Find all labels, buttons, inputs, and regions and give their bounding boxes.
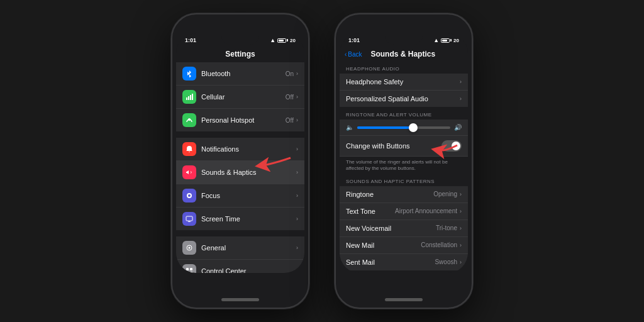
list-item[interactable]: Control Center › bbox=[176, 260, 304, 273]
list-item[interactable]: General › bbox=[176, 236, 304, 260]
svg-rect-5 bbox=[186, 216, 192, 221]
general-icon bbox=[182, 241, 196, 255]
status-icons-2: ▲ 20 bbox=[433, 37, 459, 43]
control-center-chevron: › bbox=[296, 268, 298, 273]
sent-mail-label: Sent Mail bbox=[346, 258, 435, 266]
focus-label: Focus bbox=[201, 192, 296, 199]
phone-shell-1: 1:01 ▲ 20 Settings bbox=[171, 13, 309, 309]
hotspot-value: Off bbox=[286, 117, 294, 124]
screentime-label: Screen Time bbox=[201, 215, 296, 223]
ringtone-chevron: › bbox=[460, 191, 462, 197]
headphone-group: Headphone Safety › Personalized Spatial … bbox=[340, 74, 468, 107]
list-item[interactable]: Focus › bbox=[176, 184, 304, 208]
battery-2 bbox=[441, 38, 452, 43]
home-indicator-1 bbox=[221, 298, 259, 301]
sounds-label: Sounds & Haptics bbox=[201, 169, 296, 176]
new-voicemail-chevron: › bbox=[460, 225, 462, 231]
text-tone-value: Airport Announcement bbox=[395, 208, 457, 214]
hotspot-chevron: › bbox=[296, 117, 298, 123]
list-item[interactable]: Sent Mail Swoosh › bbox=[340, 254, 468, 270]
bluetooth-icon bbox=[182, 67, 196, 80]
signal-1: 20 bbox=[290, 38, 296, 43]
general-chevron: › bbox=[296, 245, 298, 251]
divider-2 bbox=[176, 231, 304, 236]
new-voicemail-label: New Voicemail bbox=[346, 225, 436, 232]
volume-slider-track[interactable] bbox=[357, 126, 450, 129]
control-center-label: Control Center bbox=[201, 267, 296, 273]
back-navigation: ‹ Back Sounds & Haptics bbox=[340, 47, 468, 62]
notifications-chevron: › bbox=[296, 146, 298, 152]
volume-high-icon: 🔊 bbox=[454, 124, 462, 131]
svg-rect-11 bbox=[186, 272, 189, 273]
headphone-safety-label: Headphone Safety bbox=[346, 78, 460, 86]
screentime-icon bbox=[182, 212, 196, 226]
section-volume-header: RINGTONE AND ALERT VOLUME bbox=[340, 108, 468, 119]
ringtone-value: Opening bbox=[433, 191, 457, 197]
sent-mail-chevron: › bbox=[460, 259, 462, 265]
home-indicator-2 bbox=[385, 298, 423, 301]
cellular-label: Cellular bbox=[201, 93, 286, 101]
list-item[interactable]: Personalized Spatial Audio › bbox=[340, 91, 468, 107]
sounds-haptics-title: Sounds & Haptics bbox=[362, 50, 444, 58]
back-button[interactable]: ‹ Back bbox=[345, 51, 362, 58]
change-with-buttons-toggle[interactable] bbox=[441, 140, 462, 152]
settings-title: Settings bbox=[176, 47, 304, 62]
volume-low-icon: 🔈 bbox=[346, 124, 353, 131]
hotspot-label: Personal Hotspot bbox=[201, 116, 286, 124]
list-item[interactable]: Bluetooth On › bbox=[176, 62, 304, 86]
bluetooth-label: Bluetooth bbox=[201, 70, 286, 77]
control-center-icon bbox=[182, 264, 196, 273]
section-patterns-header: SOUNDS AND HAPTIC PATTERNS bbox=[340, 175, 468, 186]
patterns-group: Ringtone Opening › Text Tone Airport Ann… bbox=[340, 186, 468, 270]
status-icons-1: ▲ 20 bbox=[270, 37, 296, 43]
list-item[interactable]: Personal Hotspot Off › bbox=[176, 109, 304, 131]
list-item[interactable]: Text Tone Airport Announcement › bbox=[340, 203, 468, 220]
headphone-safety-chevron: › bbox=[460, 79, 462, 85]
phone-shell-2: 1:01 ▲ 20 ‹ Back Sounds & Haptics bbox=[335, 13, 473, 309]
screentime-chevron: › bbox=[296, 216, 298, 222]
volume-slider-row: 🔈 🔊 bbox=[340, 119, 468, 136]
signal-2: 20 bbox=[453, 38, 459, 43]
volume-slider-thumb bbox=[409, 123, 418, 132]
list-item[interactable]: Ringtone Opening › bbox=[340, 186, 468, 203]
list-item[interactable]: Notifications › bbox=[176, 138, 304, 161]
svg-rect-10 bbox=[190, 268, 192, 270]
svg-rect-12 bbox=[190, 272, 192, 273]
cellular-chevron: › bbox=[296, 94, 298, 100]
toggle-knob bbox=[452, 142, 460, 150]
focus-chevron: › bbox=[296, 192, 298, 199]
divider-1 bbox=[176, 133, 304, 138]
text-tone-chevron: › bbox=[460, 208, 462, 214]
volume-slider-fill bbox=[357, 126, 413, 129]
battery-1 bbox=[277, 38, 288, 43]
general-label: General bbox=[201, 244, 296, 252]
change-with-buttons-label: Change with Buttons bbox=[346, 142, 441, 150]
settings-group-3: General › Control Center › AA bbox=[176, 236, 304, 273]
svg-rect-3 bbox=[192, 94, 193, 100]
svg-point-8 bbox=[189, 247, 191, 249]
notifications-label: Notifications bbox=[201, 145, 296, 153]
back-chevron: ‹ bbox=[345, 51, 347, 58]
sounds-chevron: › bbox=[296, 169, 298, 175]
cellular-value: Off bbox=[286, 94, 294, 101]
list-item[interactable]: New Mail Constellation › bbox=[340, 237, 468, 254]
new-mail-value: Constellation bbox=[421, 242, 457, 248]
spatial-audio-chevron: › bbox=[460, 96, 462, 102]
phone-2: 1:01 ▲ 20 ‹ Back Sounds & Haptics bbox=[335, 13, 473, 309]
svg-rect-0 bbox=[186, 97, 187, 100]
wifi-icon-1: ▲ bbox=[270, 37, 275, 43]
list-item[interactable]: Cellular Off › bbox=[176, 86, 304, 109]
spatial-audio-label: Personalized Spatial Audio bbox=[346, 95, 460, 103]
hotspot-icon bbox=[182, 113, 196, 127]
notifications-icon bbox=[182, 142, 196, 156]
focus-icon bbox=[182, 189, 196, 203]
list-item[interactable]: New Voicemail Tri-tone › bbox=[340, 220, 468, 237]
list-item[interactable]: Screen Time › bbox=[176, 208, 304, 230]
list-item[interactable]: Sounds & Haptics › bbox=[176, 161, 304, 184]
notch-2 bbox=[385, 33, 423, 45]
svg-rect-1 bbox=[188, 96, 189, 100]
bluetooth-value: On bbox=[286, 70, 294, 77]
list-item[interactable]: Headphone Safety › bbox=[340, 74, 468, 91]
sent-mail-value: Swoosh bbox=[435, 258, 457, 265]
list-item[interactable]: Change with Buttons bbox=[340, 136, 468, 157]
